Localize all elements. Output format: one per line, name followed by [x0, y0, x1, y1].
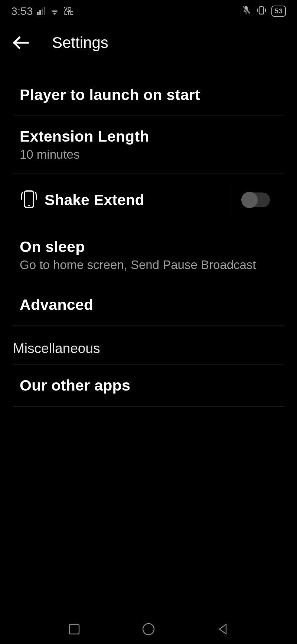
status-bar-left: 3:53 VO LTE	[11, 5, 74, 17]
arrow-left-icon	[11, 33, 30, 52]
row-extension-length[interactable]: Extension Length 10 minutes	[13, 116, 284, 174]
circle-icon	[142, 622, 155, 636]
triangle-left-icon	[216, 623, 229, 635]
nav-home-button[interactable]	[141, 622, 156, 637]
square-icon	[68, 623, 80, 635]
settings-list: Player to launch on start Extension Leng…	[0, 74, 297, 407]
row-advanced[interactable]: Advanced	[13, 284, 284, 326]
row-subtitle: 10 minutes	[20, 148, 277, 162]
mute-icon	[241, 5, 251, 17]
row-player-launch[interactable]: Player to launch on start	[13, 74, 284, 116]
row-on-sleep[interactable]: On sleep Go to home screen, Send Pause B…	[13, 226, 284, 284]
back-button[interactable]	[11, 33, 30, 52]
volte-icon: VO LTE	[64, 7, 73, 15]
nav-back-button[interactable]	[215, 622, 230, 637]
svg-rect-5	[69, 624, 79, 634]
row-shake-extend[interactable]: Shake Extend	[13, 174, 284, 226]
section-header-miscellaneous: Miscellaneous	[13, 326, 284, 365]
row-title: Advanced	[20, 296, 277, 314]
battery-icon: 53	[271, 6, 286, 17]
cellular-signal-icon	[37, 7, 45, 15]
row-subtitle: Go to home screen, Send Pause Broadcast	[20, 258, 277, 272]
row-title: Shake Extend	[45, 191, 229, 209]
status-bar-right: 53	[241, 5, 286, 17]
row-title: On sleep	[20, 238, 277, 256]
row-other-apps[interactable]: Our other apps	[13, 365, 284, 407]
status-bar: 3:53 VO LTE	[0, 0, 297, 22]
toggle-knob	[241, 192, 258, 208]
svg-rect-2	[259, 7, 264, 14]
vibrate-icon	[256, 6, 267, 17]
wifi-icon	[50, 5, 59, 17]
status-time: 3:53	[11, 5, 33, 17]
row-title: Player to launch on start	[20, 86, 277, 104]
page-title: Settings	[52, 34, 108, 52]
row-title: Extension Length	[20, 128, 277, 145]
svg-point-6	[143, 624, 154, 635]
navigation-bar	[0, 614, 297, 644]
nav-recent-button[interactable]	[67, 622, 82, 637]
shake-extend-toggle[interactable]	[242, 192, 270, 207]
svg-point-4	[28, 205, 30, 206]
row-title: Our other apps	[20, 377, 277, 394]
app-bar: Settings	[0, 22, 297, 63]
shake-phone-icon	[20, 189, 38, 211]
